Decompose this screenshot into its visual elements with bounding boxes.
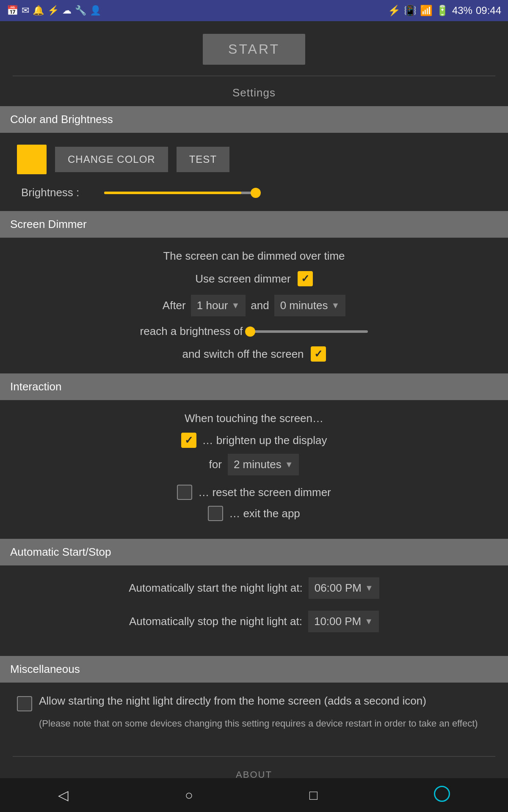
- minutes-value: 0 minutes: [280, 299, 328, 312]
- change-color-button[interactable]: CHANGE COLOR: [55, 147, 168, 172]
- reset-dimmer-checkbox[interactable]: [177, 485, 192, 500]
- for-label: for: [209, 458, 222, 471]
- for-duration-dropdown[interactable]: 2 minutes ▼: [228, 454, 299, 475]
- exit-app-row: … exit the app: [17, 506, 491, 521]
- home-button[interactable]: ○: [185, 787, 193, 803]
- start-time-arrow: ▼: [365, 583, 373, 593]
- interaction-body: When touching the screen… … brighten up …: [0, 400, 508, 539]
- misc-note: (Please note that on some devices changi…: [17, 718, 491, 729]
- dimmer-description: The screen can be dimmed over time: [17, 250, 491, 263]
- brightness-slider[interactable]: [104, 192, 257, 194]
- switch-off-label: and switch off the screen: [182, 348, 304, 361]
- battery-icon: 🔋: [436, 5, 449, 16]
- test-button[interactable]: TEST: [177, 147, 229, 172]
- auto-stop-row: Automatically stop the night light at: 1…: [17, 611, 491, 632]
- settings-title: Settings: [0, 83, 508, 106]
- mail-icon: ✉: [22, 5, 29, 16]
- screen-dimmer-header: Screen Dimmer: [0, 211, 508, 238]
- brightness-slider-fill: [104, 192, 241, 194]
- switch-off-checkbox[interactable]: [311, 346, 326, 362]
- back-button[interactable]: ◁: [58, 787, 69, 803]
- allow-label: Allow starting the night light directly …: [39, 694, 426, 708]
- interaction-header: Interaction: [0, 373, 508, 400]
- start-time-dropdown[interactable]: 06:00 PM ▼: [309, 577, 379, 599]
- brightness-slider-thumb: [251, 188, 261, 198]
- usb-icon: ⚡: [47, 5, 59, 16]
- person-icon: 👤: [90, 5, 101, 16]
- bluetooth-icon: ⚡: [388, 5, 400, 16]
- for-duration-arrow: ▼: [285, 460, 293, 469]
- for-duration-value: 2 minutes: [234, 458, 282, 471]
- brightness-label: Brightness :: [21, 186, 97, 199]
- clock: 09:44: [476, 5, 501, 16]
- color-swatch[interactable]: [17, 145, 47, 174]
- stop-time-value: 10:00 PM: [314, 615, 361, 628]
- brighten-checkbox[interactable]: [181, 433, 196, 448]
- notif-icon: 🔔: [33, 5, 44, 16]
- start-area: START: [0, 21, 508, 69]
- auto-start-stop-header: Automatic Start/Stop: [0, 539, 508, 565]
- color-brightness-header: Color and Brightness: [0, 106, 508, 133]
- color-brightness-body: CHANGE COLOR TEST Brightness :: [0, 133, 508, 211]
- status-icons-left: 📅 ✉ 🔔 ⚡ ☁ 🔧 👤: [7, 5, 101, 16]
- allow-row: Allow starting the night light directly …: [17, 694, 491, 711]
- brighten-row: … brighten up the display: [17, 433, 491, 448]
- minutes-dropdown-arrow: ▼: [331, 301, 340, 310]
- reset-dimmer-row: … reset the screen dimmer: [17, 485, 491, 500]
- and-label: and: [251, 299, 269, 312]
- exit-app-checkbox[interactable]: [208, 506, 223, 521]
- vibrate-icon: 📳: [404, 5, 417, 16]
- wifi-icon: 📶: [420, 5, 433, 16]
- hours-value: 1 hour: [197, 299, 228, 312]
- about-divider: [13, 756, 495, 757]
- color-row: CHANGE COLOR TEST: [17, 145, 491, 174]
- allow-checkbox[interactable]: [17, 696, 32, 711]
- brightness-of-slider[interactable]: [249, 330, 368, 333]
- brightness-of-thumb: [245, 326, 255, 337]
- cloud-icon: ☁: [62, 5, 72, 16]
- reach-brightness-label: reach a brightness of: [140, 325, 243, 338]
- use-screen-dimmer-checkbox[interactable]: [298, 271, 313, 286]
- stop-time-dropdown[interactable]: 10:00 PM ▼: [308, 611, 379, 632]
- start-time-value: 06:00 PM: [315, 582, 362, 595]
- switch-off-row: and switch off the screen: [17, 346, 491, 362]
- auto-start-label: Automatically start the night light at:: [129, 582, 302, 595]
- hours-dropdown[interactable]: 1 hour ▼: [191, 295, 246, 316]
- when-touching-label: When touching the screen…: [17, 412, 491, 425]
- for-row: for 2 minutes ▼: [17, 454, 491, 475]
- tools-icon: 🔧: [75, 5, 86, 16]
- nav-bar: ◁ ○ □: [0, 778, 508, 812]
- header-divider: [13, 76, 495, 76]
- recent-button[interactable]: □: [309, 787, 318, 803]
- battery-percent: 43%: [452, 5, 472, 16]
- after-row: After 1 hour ▼ and 0 minutes ▼: [17, 295, 491, 316]
- auto-start-row: Automatically start the night light at: …: [17, 577, 491, 599]
- auto-start-stop-body: Automatically start the night light at: …: [0, 565, 508, 656]
- calendar-icon: 📅: [7, 5, 18, 16]
- brightness-row: Brightness :: [17, 186, 491, 199]
- use-screen-dimmer-row: Use screen dimmer: [17, 271, 491, 286]
- after-label: After: [163, 299, 186, 312]
- misc-body: Allow starting the night light directly …: [0, 683, 508, 741]
- hours-dropdown-arrow: ▼: [231, 301, 240, 310]
- status-bar: 📅 ✉ 🔔 ⚡ ☁ 🔧 👤 ⚡ 📳 📶 🔋 43% 09:44: [0, 0, 508, 21]
- screen-dimmer-body: The screen can be dimmed over time Use s…: [0, 238, 508, 373]
- exit-app-label: … exit the app: [229, 507, 300, 520]
- start-button[interactable]: START: [203, 34, 305, 65]
- circle-icon: [434, 786, 450, 805]
- stop-time-arrow: ▼: [364, 617, 373, 626]
- reset-dimmer-label: … reset the screen dimmer: [198, 486, 331, 499]
- status-icons-right: ⚡ 📳 📶 🔋 43% 09:44: [388, 5, 501, 16]
- misc-header: Miscellaneous: [0, 656, 508, 683]
- auto-stop-label: Automatically stop the night light at:: [129, 615, 302, 628]
- minutes-dropdown[interactable]: 0 minutes ▼: [274, 295, 346, 316]
- use-screen-dimmer-label: Use screen dimmer: [195, 272, 290, 285]
- brighten-label: … brighten up the display: [202, 434, 327, 447]
- brightness-of-row: reach a brightness of: [17, 325, 491, 338]
